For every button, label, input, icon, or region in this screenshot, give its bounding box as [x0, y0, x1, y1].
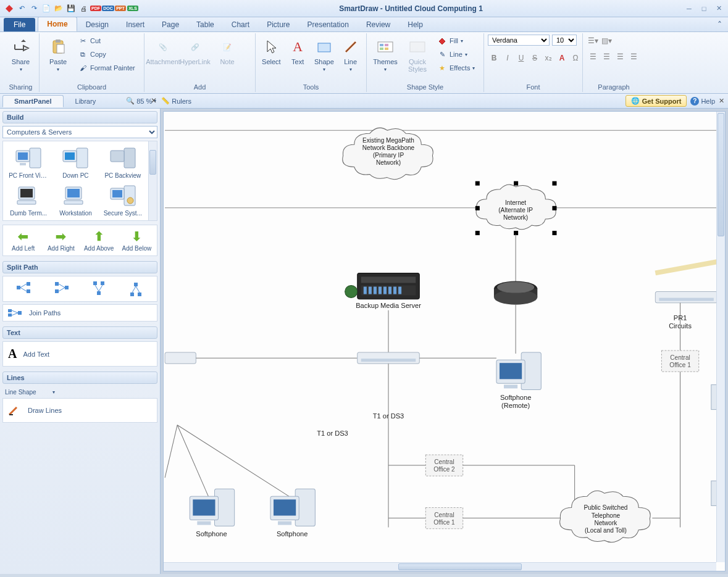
- ppt-icon[interactable]: PPT: [115, 3, 126, 14]
- tab-home[interactable]: Home: [38, 17, 77, 31]
- split-down-button[interactable]: [117, 281, 154, 296]
- close-help-icon[interactable]: ✕: [719, 97, 724, 105]
- cut-button[interactable]: ✂Cut: [75, 35, 138, 47]
- select-button[interactable]: Select: [259, 35, 283, 68]
- get-support-button[interactable]: 🌐Get Support: [625, 95, 687, 107]
- node-switch-right[interactable]: [655, 292, 718, 303]
- paste-button[interactable]: Paste ▾: [43, 35, 73, 75]
- close-icon[interactable]: ✕: [713, 4, 724, 14]
- xls-icon[interactable]: XLS: [127, 3, 138, 14]
- node-co1-right[interactable]: Central Office 1: [661, 351, 698, 372]
- draw-lines-button[interactable]: Draw Lines: [2, 398, 157, 423]
- undo-icon[interactable]: ↶: [16, 3, 27, 14]
- tab-table[interactable]: Table: [188, 18, 223, 31]
- shape-scrollbar[interactable]: [148, 141, 157, 220]
- tab-design[interactable]: Design: [77, 18, 117, 31]
- line-shape-dropdown[interactable]: Line Shape▾: [2, 386, 157, 398]
- themes-button[interactable]: Themes▾: [370, 35, 400, 75]
- tab-file[interactable]: File: [4, 18, 35, 31]
- format-painter-button[interactable]: 🖌Format Painter: [75, 62, 138, 74]
- split-right-button[interactable]: [6, 281, 43, 296]
- align-right-button[interactable]: ☰: [614, 51, 626, 63]
- help-button[interactable]: ?Help: [690, 97, 715, 106]
- node-cloud-internet[interactable]: Internet (Alternate IP Network): [475, 181, 557, 235]
- node-softphone-2[interactable]: Softphone: [270, 489, 315, 537]
- node-backup-server[interactable]: Backup Media Server: [345, 273, 422, 309]
- node-switch-center[interactable]: [358, 352, 420, 363]
- shape-down-pc[interactable]: Down PC: [52, 144, 98, 180]
- bullet-list-button[interactable]: ☰▾: [587, 35, 599, 47]
- shape-pc-front[interactable]: PC Front View: [6, 144, 51, 180]
- collapse-ribbon-icon[interactable]: ˄: [718, 20, 722, 30]
- new-icon[interactable]: 📄: [41, 3, 52, 14]
- share-button[interactable]: Share ▾: [6, 35, 35, 75]
- add-left-button[interactable]: ⬅Add Left: [4, 229, 42, 252]
- add-above-button[interactable]: ⬆Add Above: [80, 229, 118, 252]
- italic-button[interactable]: I: [501, 52, 514, 64]
- line-button[interactable]: Line▾: [338, 35, 362, 75]
- align-justify-button[interactable]: ☰: [627, 51, 640, 63]
- tab-help[interactable]: Help: [399, 18, 432, 31]
- font-color-button[interactable]: A: [556, 52, 568, 64]
- underline-button[interactable]: U: [515, 52, 527, 64]
- minimize-icon[interactable]: ─: [684, 4, 695, 14]
- tab-page[interactable]: Page: [153, 18, 188, 31]
- tab-insert[interactable]: Insert: [117, 18, 153, 31]
- align-left-button[interactable]: ☰: [587, 51, 599, 63]
- subscript-button[interactable]: x₂: [542, 52, 554, 64]
- shape-secure-syst[interactable]: Secure Syst...: [100, 181, 146, 218]
- pdf-icon[interactable]: PDF: [90, 3, 101, 14]
- tab-chart[interactable]: Chart: [223, 18, 258, 31]
- symbol-button[interactable]: Ω: [569, 52, 582, 64]
- tab-picture[interactable]: Picture: [258, 18, 298, 31]
- font-name-select[interactable]: Verdana: [488, 35, 550, 46]
- node-cloud-megapath[interactable]: Existing MegaPath Network Backbone (Prim…: [343, 128, 433, 179]
- fill-button[interactable]: Fill ▾: [435, 35, 477, 47]
- svg-rect-82: [369, 287, 372, 294]
- tab-presentation[interactable]: Presentation: [298, 18, 357, 31]
- doc-icon[interactable]: DOC: [103, 3, 114, 14]
- shape-workstation[interactable]: Workstation: [52, 181, 98, 218]
- bold-button[interactable]: B: [488, 52, 500, 64]
- maximize-icon[interactable]: □: [698, 4, 709, 14]
- shape-dumb-term[interactable]: Dumb Term...: [6, 181, 51, 218]
- shape-button[interactable]: Shape▾: [312, 35, 337, 75]
- node-co1-center[interactable]: Central Office 1: [425, 507, 462, 528]
- print-icon[interactable]: 🖨: [78, 3, 89, 14]
- node-co2[interactable]: Central Office 2: [425, 455, 462, 476]
- canvas[interactable]: Existing MegaPath Network Backbone (Prim…: [164, 112, 725, 571]
- open-icon[interactable]: 📂: [53, 3, 64, 14]
- split-left-button[interactable]: [43, 281, 80, 296]
- add-text-button[interactable]: A Add Text: [2, 341, 157, 367]
- close-panel-icon[interactable]: ✕: [151, 96, 157, 105]
- copy-button[interactable]: ⧉Copy: [75, 48, 138, 60]
- add-right-button[interactable]: ➡Add Right: [42, 229, 80, 252]
- node-router[interactable]: [494, 281, 537, 304]
- tab-review[interactable]: Review: [358, 18, 399, 31]
- effects-button[interactable]: ★Effects ▾: [435, 62, 477, 74]
- align-center-button[interactable]: ☰: [600, 51, 613, 63]
- text-button[interactable]: AText: [286, 35, 310, 68]
- tab-smartpanel[interactable]: SmartPanel: [2, 95, 64, 107]
- join-paths-button[interactable]: Join Paths: [2, 304, 157, 322]
- tab-library[interactable]: Library: [64, 95, 108, 107]
- add-below-button[interactable]: ⬇Add Below: [118, 229, 156, 252]
- save-icon[interactable]: 💾: [65, 3, 77, 14]
- svg-rect-25: [64, 201, 83, 204]
- node-softphone-remote[interactable]: Softphone (Remote): [496, 352, 541, 409]
- node-switch-left[interactable]: [165, 352, 196, 363]
- rulers-button[interactable]: 📏Rulers: [161, 97, 191, 105]
- shape-category-select[interactable]: Computers & Servers: [2, 126, 157, 138]
- split-up-button[interactable]: [80, 281, 117, 296]
- svg-rect-2: [56, 39, 61, 43]
- horizontal-scrollbar[interactable]: [164, 562, 716, 571]
- font-size-select[interactable]: 10: [552, 35, 577, 46]
- vertical-scrollbar[interactable]: [716, 112, 725, 562]
- shapestyle-line-button[interactable]: ✎Line ▾: [435, 48, 477, 60]
- strike-button[interactable]: S: [529, 52, 541, 64]
- align-button[interactable]: ▤▾: [600, 35, 613, 47]
- redo-icon[interactable]: ↷: [28, 3, 40, 14]
- node-softphone-1[interactable]: Softphone: [190, 489, 234, 537]
- svg-rect-48: [130, 293, 134, 296]
- node-cloud-pstn[interactable]: Public Switched Telephone Network (Local…: [560, 491, 651, 542]
